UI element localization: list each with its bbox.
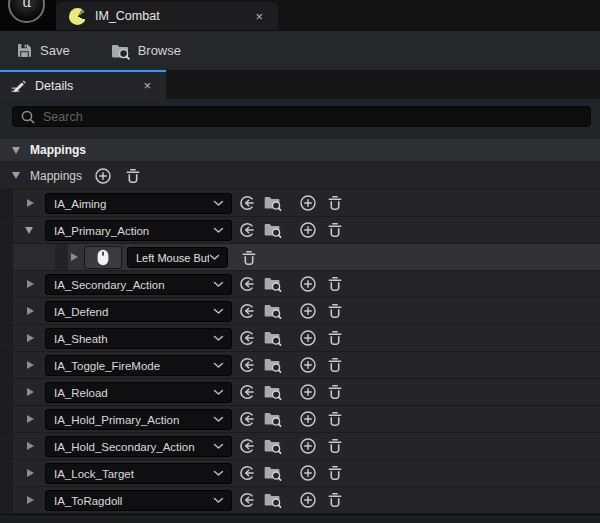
delete-element-button[interactable] bbox=[326, 329, 344, 347]
browse-to-asset-button[interactable] bbox=[263, 356, 281, 374]
add-mapping-button[interactable] bbox=[94, 167, 112, 185]
use-selected-asset-button[interactable] bbox=[238, 464, 256, 482]
indent-gutter bbox=[0, 352, 13, 378]
action-dropdown[interactable]: IA_Aiming bbox=[45, 193, 232, 214]
delete-element-button[interactable] bbox=[326, 194, 344, 212]
delete-element-button[interactable] bbox=[326, 221, 344, 239]
browse-to-asset-button[interactable] bbox=[263, 437, 281, 455]
action-dropdown[interactable]: IA_Hold_Secondary_Action bbox=[45, 436, 232, 457]
row-expander-icon[interactable] bbox=[27, 388, 34, 396]
row-expander-icon[interactable] bbox=[25, 227, 33, 234]
close-icon[interactable]: × bbox=[140, 77, 154, 94]
row-expander-icon[interactable] bbox=[27, 442, 34, 450]
browse-label: Browse bbox=[138, 43, 181, 58]
indent-gutter bbox=[0, 190, 13, 216]
tab-details[interactable]: Details × bbox=[0, 70, 166, 99]
action-dropdown[interactable]: IA_Toggle_FireMode bbox=[45, 355, 232, 376]
use-selected-asset-button[interactable] bbox=[238, 194, 256, 212]
add-element-button[interactable] bbox=[299, 410, 317, 428]
delete-element-button[interactable] bbox=[326, 383, 344, 401]
delete-element-button[interactable] bbox=[326, 275, 344, 293]
indent-gutter bbox=[0, 217, 13, 243]
browse-to-asset-button[interactable] bbox=[263, 221, 281, 239]
browse-button[interactable]: Browse bbox=[99, 31, 192, 70]
row-expander-icon[interactable] bbox=[27, 361, 34, 369]
delete-element-button[interactable] bbox=[326, 437, 344, 455]
use-selected-asset-button[interactable] bbox=[238, 275, 256, 293]
action-dropdown[interactable]: IA_Hold_Primary_Action bbox=[45, 409, 232, 430]
row-expander-icon[interactable] bbox=[27, 199, 34, 207]
browse-to-asset-button[interactable] bbox=[263, 464, 281, 482]
delete-element-button[interactable] bbox=[326, 302, 344, 320]
use-selected-asset-button[interactable] bbox=[238, 221, 256, 239]
browse-to-asset-button[interactable] bbox=[263, 383, 281, 401]
delete-binding-button[interactable] bbox=[240, 249, 258, 267]
browse-to-asset-button[interactable] bbox=[263, 302, 281, 320]
action-dropdown[interactable]: IA_ToRagdoll bbox=[45, 490, 232, 511]
browse-to-asset-button[interactable] bbox=[263, 275, 281, 293]
delete-element-button[interactable] bbox=[326, 410, 344, 428]
tab-im-combat[interactable]: IM_Combat × bbox=[56, 2, 278, 30]
category-header-mappings[interactable]: Mappings bbox=[0, 139, 600, 162]
action-dropdown-value: IA_Secondary_Action bbox=[54, 279, 213, 291]
row-expander-icon[interactable] bbox=[27, 469, 34, 477]
row-expander-icon[interactable] bbox=[27, 496, 34, 504]
key-dropdown[interactable]: Left Mouse Button bbox=[127, 247, 228, 268]
browse-to-asset-button[interactable] bbox=[263, 194, 281, 212]
row-expander-icon[interactable] bbox=[27, 307, 34, 315]
mappings-array-label: Mappings bbox=[30, 169, 82, 183]
delete-element-button[interactable] bbox=[326, 464, 344, 482]
delete-element-button[interactable] bbox=[326, 491, 344, 509]
row-expander-icon[interactable] bbox=[27, 334, 34, 342]
row-expander-icon[interactable] bbox=[27, 415, 34, 423]
add-element-button[interactable] bbox=[299, 356, 317, 374]
mapping-row: IA_Defend bbox=[0, 298, 600, 325]
action-dropdown[interactable]: IA_Secondary_Action bbox=[45, 274, 232, 295]
action-dropdown[interactable]: IA_Defend bbox=[45, 301, 232, 322]
add-element-button[interactable] bbox=[299, 437, 317, 455]
use-selected-asset-button[interactable] bbox=[238, 356, 256, 374]
key-selector-button[interactable] bbox=[84, 246, 122, 269]
add-element-button[interactable] bbox=[299, 383, 317, 401]
indent-gutter bbox=[0, 406, 13, 432]
mapping-row: IA_Lock_Target bbox=[0, 460, 600, 487]
row-expander-icon[interactable] bbox=[71, 253, 78, 261]
browse-to-asset-button[interactable] bbox=[263, 410, 281, 428]
action-dropdown-value: IA_Reload bbox=[54, 387, 213, 399]
use-selected-asset-button[interactable] bbox=[238, 410, 256, 428]
search-input[interactable] bbox=[43, 110, 584, 124]
add-element-button[interactable] bbox=[299, 194, 317, 212]
action-dropdown[interactable]: IA_Primary_Action bbox=[45, 220, 232, 241]
search-box[interactable] bbox=[12, 106, 591, 127]
add-element-button[interactable] bbox=[299, 275, 317, 293]
use-selected-asset-button[interactable] bbox=[238, 491, 256, 509]
action-dropdown[interactable]: IA_Reload bbox=[45, 382, 232, 403]
clear-mappings-button[interactable] bbox=[124, 167, 142, 185]
browse-to-asset-button[interactable] bbox=[263, 329, 281, 347]
details-tab-label: Details bbox=[35, 79, 140, 93]
add-element-button[interactable] bbox=[299, 464, 317, 482]
use-selected-asset-button[interactable] bbox=[238, 383, 256, 401]
mappings-array-header[interactable]: Mappings bbox=[0, 162, 600, 190]
expander-down-icon[interactable] bbox=[12, 172, 20, 179]
indent-gutter bbox=[55, 244, 68, 270]
add-element-button[interactable] bbox=[299, 302, 317, 320]
action-dropdown[interactable]: IA_Lock_Target bbox=[45, 463, 232, 484]
row-expander-icon[interactable] bbox=[27, 280, 34, 288]
delete-element-button[interactable] bbox=[326, 356, 344, 374]
save-button[interactable]: Save bbox=[5, 31, 81, 70]
add-element-button[interactable] bbox=[299, 221, 317, 239]
indent-gutter bbox=[0, 271, 13, 297]
chevron-down-icon bbox=[213, 443, 224, 450]
add-element-button[interactable] bbox=[299, 329, 317, 347]
expander-down-icon[interactable] bbox=[12, 147, 20, 154]
details-icon bbox=[10, 77, 27, 94]
action-dropdown[interactable]: IA_Sheath bbox=[45, 328, 232, 349]
use-selected-asset-button[interactable] bbox=[238, 437, 256, 455]
use-selected-asset-button[interactable] bbox=[238, 329, 256, 347]
browse-to-asset-button[interactable] bbox=[263, 491, 281, 509]
chevron-down-icon bbox=[213, 416, 224, 423]
use-selected-asset-button[interactable] bbox=[238, 302, 256, 320]
close-icon[interactable]: × bbox=[252, 8, 266, 25]
add-element-button[interactable] bbox=[299, 491, 317, 509]
